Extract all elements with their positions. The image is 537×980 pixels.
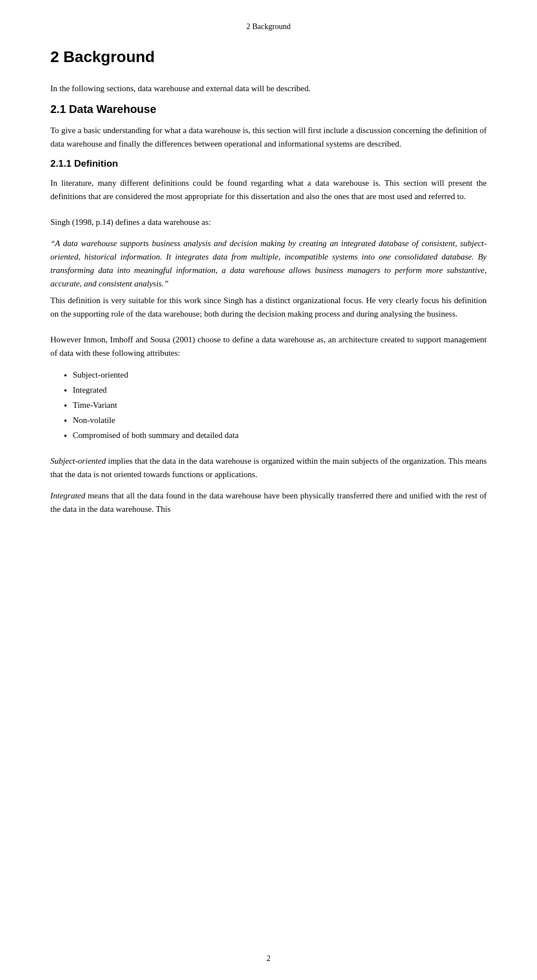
list-item: Integrated — [73, 383, 487, 398]
inmon-intro: However Inmon, Imhoff and Sousa (2001) c… — [50, 333, 487, 360]
singh-quote: “A data warehouse supports business anal… — [50, 237, 487, 290]
list-item: Non-volatile — [73, 413, 487, 428]
page-header: 2 Background — [50, 22, 487, 31]
chapter-intro: In the following sections, data warehous… — [50, 82, 487, 95]
integrated-rest: means that all the data found in the dat… — [50, 491, 487, 513]
list-item: Time-Variant — [73, 398, 487, 413]
definition-para2: This definition is very suitable for thi… — [50, 294, 487, 321]
section-2-1-intro: To give a basic understanding for what a… — [50, 124, 487, 150]
integrated-term: Integrated — [50, 491, 85, 500]
section-2-1-title: 2.1 Data Warehouse — [50, 103, 487, 116]
singh-intro: Singh (1998, p.14) defines a data wareho… — [50, 215, 487, 229]
chapter-title: 2 Background — [50, 48, 487, 66]
integrated-para: Integrated means that all the data found… — [50, 489, 487, 516]
definition-para1: In literature, many different definition… — [50, 176, 487, 203]
page: 2 Background 2 Background In the followi… — [0, 0, 537, 980]
list-item: Compromised of both summary and detailed… — [73, 428, 487, 443]
subject-oriented-rest: implies that the data in the data wareho… — [50, 456, 487, 479]
subject-oriented-term: Subject-oriented — [50, 456, 106, 465]
section-2-1-1-title: 2.1.1 Definition — [50, 158, 487, 169]
subject-oriented-para: Subject-oriented implies that the data i… — [50, 454, 487, 481]
page-number: 2 — [0, 954, 537, 963]
header-title: 2 Background — [247, 22, 291, 31]
attributes-list: Subject-orientedIntegratedTime-VariantNo… — [73, 368, 487, 443]
list-item: Subject-oriented — [73, 368, 487, 383]
